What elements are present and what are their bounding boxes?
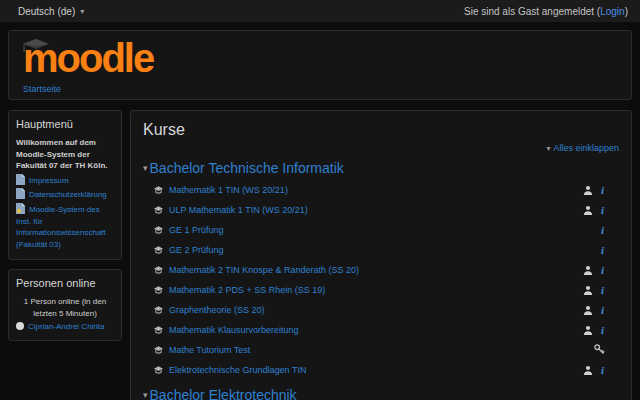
course-cap-icon (153, 365, 164, 375)
graduation-cap-icon (21, 37, 51, 53)
info-icon[interactable]: i (600, 185, 605, 195)
category-link[interactable]: Bachelor Elektrotechnik (150, 387, 297, 400)
online-users-status: 1 Person online (in den letzten 5 Minute… (16, 296, 114, 318)
online-users-title: Personen online (16, 277, 114, 289)
course-cap-icon (153, 285, 164, 295)
sidebar: Hauptmenü Willkommen auf dem Moodle-Syst… (8, 110, 122, 350)
info-icon[interactable]: i (600, 245, 605, 255)
language-label: Deutsch (de) (18, 6, 75, 17)
guest-access-icon (583, 321, 593, 339)
login-status: Sie sind als Gast angemeldet (Login) (464, 6, 628, 17)
chevron-down-icon: ▾ (80, 7, 84, 16)
collapse-all-link[interactable]: Alles einklappen (553, 143, 619, 153)
course-link[interactable]: Elektrotechnische Grundlagen TIN (169, 365, 583, 375)
sidebar-menu-item: Datenschutzerklärung (16, 188, 114, 201)
info-icon[interactable]: i (600, 225, 605, 235)
course-link[interactable]: Mathematik 1 TIN (WS 20/21) (169, 185, 583, 195)
course-row: Mathematik 2 TIN Knospe & Randerath (SS … (143, 260, 619, 280)
course-link[interactable]: Mathematik 2 TIN Knospe & Randerath (SS … (169, 265, 583, 275)
document-icon (16, 188, 25, 199)
avatar (16, 322, 24, 330)
course-link[interactable]: Mathematik 2 PDS + SS Rhein (SS 19) (169, 285, 583, 295)
guest-access-icon (583, 261, 593, 279)
course-row: Mathematik Klausurvorbereitung i (143, 320, 619, 340)
language-selector[interactable]: Deutsch (de) ▾ (18, 6, 84, 17)
course-row: GE 1 Prüfung i (143, 220, 619, 240)
info-icon[interactable]: i (600, 205, 605, 215)
course-cap-icon (153, 305, 164, 315)
online-users-block: Personen online 1 Person online (in den … (8, 269, 122, 340)
course-cap-icon (153, 185, 164, 195)
sidebar-menu-link[interactable]: Moodle-System des Inst. für Informations… (16, 205, 106, 249)
course-cap-icon (153, 225, 164, 235)
course-cap-icon (153, 245, 164, 255)
info-icon[interactable]: i (600, 325, 605, 335)
sidebar-menu-item: Impressum (16, 174, 114, 187)
guest-text: Sie sind als Gast angemeldet ( (464, 6, 600, 17)
course-link[interactable]: ULP Mathematik 1 TIN (WS 20/21) (169, 205, 583, 215)
site-header: moodle Startseite (8, 30, 632, 100)
course-cap-icon (153, 325, 164, 335)
sidebar-menu-link[interactable]: Impressum (29, 176, 69, 185)
info-icon[interactable]: i (600, 305, 605, 315)
course-row: Graphentheorie (SS 20) i (143, 300, 619, 320)
info-icon[interactable]: i (600, 265, 605, 275)
course-cap-icon (153, 205, 164, 215)
topbar: Deutsch (de) ▾ Sie sind als Gast angemel… (0, 0, 640, 22)
online-user-row: Ciprian-Andrei Chirita (16, 322, 114, 331)
guest-access-icon (583, 201, 593, 219)
login-link[interactable]: Login (600, 6, 624, 17)
course-row: Mathematik 2 PDS + SS Rhein (SS 19) i (143, 280, 619, 300)
page-title: Kurse (143, 121, 619, 139)
enrolment-key-icon (594, 341, 605, 359)
course-link[interactable]: GE 1 Prüfung (169, 225, 600, 235)
course-cap-icon (153, 345, 164, 355)
course-link[interactable]: Graphentheorie (SS 20) (169, 305, 583, 315)
home-link[interactable]: Startseite (23, 84, 61, 94)
document-icon (16, 174, 25, 185)
main-menu-block: Hauptmenü Willkommen auf dem Moodle-Syst… (8, 110, 122, 260)
info-icon[interactable]: i (600, 365, 605, 375)
course-row: Mathematik 1 TIN (WS 20/21) i (143, 180, 619, 200)
guest-access-icon (583, 281, 593, 299)
guest-text-close: ) (625, 6, 628, 17)
chevron-down-icon: ▾ (143, 163, 148, 173)
category-link[interactable]: Bachelor Technische Informatik (150, 160, 344, 176)
guest-access-icon (583, 301, 593, 319)
course-link[interactable]: GE 2 Prüfung (169, 245, 600, 255)
info-icon[interactable]: i (600, 285, 605, 295)
sidebar-menu-link[interactable]: Datenschutzerklärung (29, 190, 107, 199)
guest-access-icon (583, 181, 593, 199)
course-row: Mathe Tutorium Test (143, 340, 619, 360)
course-category: ▾Bachelor Technische Informatik Mathemat… (143, 159, 619, 380)
course-category: ▾Bachelor Elektrotechnik Mathematik Klau… (143, 386, 619, 400)
course-row: Elektrotechnische Grundlagen TIN i (143, 360, 619, 380)
course-link[interactable]: Mathematik Klausurvorbereitung (169, 325, 583, 335)
guest-access-icon (583, 361, 593, 379)
url-icon (16, 203, 25, 214)
sidebar-menu-item: Moodle-System des Inst. für Informations… (16, 203, 114, 250)
courses-panel: Kurse ▾Alles einklappen ▾Bachelor Techni… (130, 110, 632, 400)
moodle-logo: moodle (19, 35, 153, 81)
course-row: GE 2 Prüfung i (143, 240, 619, 260)
course-cap-icon (153, 265, 164, 275)
welcome-text: Willkommen auf dem Moodle-System der Fak… (16, 137, 114, 172)
online-user-link[interactable]: Ciprian-Andrei Chirita (28, 322, 104, 331)
course-link[interactable]: Mathe Tutorium Test (169, 345, 594, 355)
chevron-down-icon: ▾ (143, 390, 148, 400)
chevron-down-icon: ▾ (546, 144, 550, 153)
main-menu-title: Hauptmenü (16, 118, 114, 130)
course-row: ULP Mathematik 1 TIN (WS 20/21) i (143, 200, 619, 220)
